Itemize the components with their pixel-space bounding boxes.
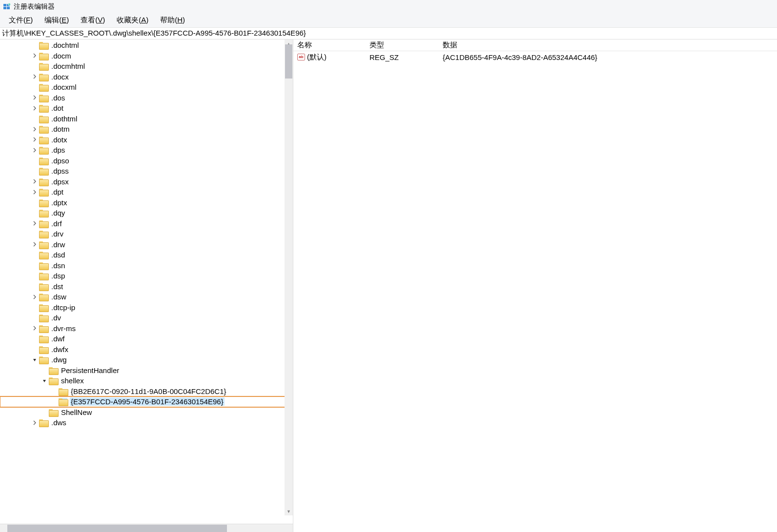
column-type[interactable]: 类型 bbox=[366, 40, 439, 50]
chevron-right-icon[interactable] bbox=[31, 189, 38, 196]
chevron-right-icon[interactable] bbox=[31, 73, 38, 80]
chevron-right-icon[interactable] bbox=[31, 105, 38, 112]
tree-item[interactable]: .dpsx bbox=[0, 177, 293, 187]
tree-item[interactable]: .drv bbox=[0, 229, 293, 239]
tree-item[interactable]: .drw bbox=[0, 239, 293, 250]
tree-item[interactable]: .dst bbox=[0, 281, 293, 292]
tree-item[interactable]: .dotx bbox=[0, 135, 293, 145]
tree-item[interactable]: .dqy bbox=[0, 208, 293, 218]
tree-item-label: .dsp bbox=[50, 272, 66, 280]
folder-icon bbox=[39, 115, 48, 122]
tree-item-label: .dpss bbox=[50, 167, 70, 175]
menu-help[interactable]: 帮助(H) bbox=[154, 15, 191, 26]
folder-icon bbox=[39, 199, 48, 206]
menubar: 文件(F) 编辑(E) 查看(V) 收藏夹(A) 帮助(H) bbox=[0, 13, 777, 28]
chevron-right-icon[interactable] bbox=[31, 419, 38, 426]
tree-item[interactable]: ShellNew bbox=[0, 407, 293, 418]
tree-item[interactable]: .docmhtml bbox=[0, 61, 293, 72]
tree-item[interactable]: .dochtml bbox=[0, 40, 293, 51]
folder-icon bbox=[39, 293, 48, 300]
tree-item[interactable]: PersistentHandler bbox=[0, 365, 293, 376]
vertical-scrollbar[interactable]: ▲ ▼ bbox=[285, 39, 293, 515]
value-row[interactable]: ab(默认)REG_SZ{AC1DB655-4F9A-4c39-8AD2-A65… bbox=[293, 51, 777, 63]
folder-icon bbox=[39, 146, 48, 154]
folder-icon bbox=[39, 220, 48, 227]
tree-item[interactable]: .dsw bbox=[0, 292, 293, 302]
folder-icon bbox=[39, 157, 48, 164]
horizontal-scrollbar[interactable] bbox=[0, 524, 293, 532]
chevron-right-icon[interactable] bbox=[31, 325, 38, 332]
address-bar[interactable]: 计算机\HKEY_CLASSES_ROOT\.dwg\shellex\{E357… bbox=[0, 28, 777, 39]
chevron-right-icon[interactable] bbox=[31, 147, 38, 154]
chevron-right-icon[interactable] bbox=[31, 220, 38, 227]
tree-item[interactable]: .docxml bbox=[0, 82, 293, 93]
folder-icon bbox=[49, 409, 58, 416]
value-name: (默认) bbox=[307, 53, 327, 62]
tree-item-label: .dws bbox=[50, 418, 67, 427]
scroll-down-icon[interactable]: ▼ bbox=[285, 507, 293, 515]
horizontal-scroll-thumb[interactable] bbox=[7, 525, 227, 532]
tree-item-label: {BB2E617C-0920-11d1-9A0B-00C04FC2D6C1} bbox=[70, 387, 227, 395]
tree-item[interactable]: .dptx bbox=[0, 197, 293, 208]
folder-icon bbox=[39, 104, 48, 112]
tree-item[interactable]: .dsp bbox=[0, 271, 293, 281]
tree-item-label: .dps bbox=[50, 146, 66, 154]
values-list[interactable]: ab(默认)REG_SZ{AC1DB655-4F9A-4c39-8AD2-A65… bbox=[293, 51, 777, 63]
chevron-right-icon[interactable] bbox=[31, 94, 38, 101]
chevron-right-icon[interactable] bbox=[31, 52, 38, 59]
tree-item-label: .drw bbox=[50, 240, 66, 249]
app-icon bbox=[3, 3, 11, 11]
tree-item[interactable]: shellex bbox=[0, 375, 293, 386]
tree-item[interactable]: .docm bbox=[0, 51, 293, 61]
tree-item[interactable]: {BB2E617C-0920-11d1-9A0B-00C04FC2D6C1} bbox=[0, 386, 293, 397]
tree-item-label: .dwf bbox=[50, 335, 66, 343]
tree-item[interactable]: .docx bbox=[0, 72, 293, 82]
tree-item[interactable]: .dwf bbox=[0, 334, 293, 344]
tree-item[interactable]: .dsd bbox=[0, 250, 293, 260]
tree-item[interactable]: .dpt bbox=[0, 187, 293, 197]
tree-item[interactable]: .dot bbox=[0, 103, 293, 114]
menu-edit[interactable]: 编辑(E) bbox=[39, 15, 75, 26]
menu-file[interactable]: 文件(F) bbox=[3, 15, 39, 26]
chevron-right-icon[interactable] bbox=[31, 126, 38, 133]
tree-item[interactable]: .dsn bbox=[0, 260, 293, 271]
chevron-right-icon[interactable] bbox=[31, 136, 38, 143]
tree-item[interactable]: .dotm bbox=[0, 124, 293, 135]
folder-icon bbox=[39, 356, 48, 363]
chevron-right-icon[interactable] bbox=[31, 294, 38, 300]
tree-item[interactable]: .drf bbox=[0, 218, 293, 229]
folder-icon bbox=[39, 136, 48, 143]
tree-item[interactable]: .dos bbox=[0, 93, 293, 103]
tree-item[interactable]: .dtcp-ip bbox=[0, 302, 293, 313]
column-name[interactable]: 名称 bbox=[293, 40, 366, 50]
folder-icon bbox=[39, 251, 48, 258]
tree-item[interactable]: {E357FCCD-A995-4576-B01F-234630154E96} bbox=[0, 396, 293, 407]
chevron-down-icon[interactable] bbox=[41, 377, 48, 384]
tree-item[interactable]: .dv bbox=[0, 313, 293, 323]
tree-item[interactable]: .dothtml bbox=[0, 114, 293, 124]
menu-favorites[interactable]: 收藏夹(A) bbox=[111, 15, 154, 26]
registry-tree[interactable]: .dochtml.docm.docmhtml.docx.docxml.dos.d… bbox=[0, 39, 293, 428]
titlebar[interactable]: 注册表编辑器 bbox=[0, 0, 777, 13]
window-title: 注册表编辑器 bbox=[14, 2, 55, 11]
vertical-scroll-thumb[interactable] bbox=[285, 44, 292, 79]
tree-item[interactable]: .dpso bbox=[0, 156, 293, 166]
chevron-right-icon[interactable] bbox=[31, 178, 38, 185]
tree-item-label: .dpsx bbox=[50, 177, 70, 186]
tree-item-label: .dqy bbox=[50, 209, 66, 217]
menu-view[interactable]: 查看(V) bbox=[75, 15, 111, 26]
folder-icon bbox=[39, 94, 48, 101]
tree-item-label: .docxml bbox=[50, 83, 78, 91]
column-data[interactable]: 数据 bbox=[439, 40, 777, 50]
chevron-right-icon[interactable] bbox=[31, 241, 38, 248]
chevron-down-icon[interactable] bbox=[31, 356, 38, 363]
folder-icon bbox=[39, 241, 48, 248]
tree-item[interactable]: .dwfx bbox=[0, 344, 293, 355]
tree-item[interactable]: .dvr-ms bbox=[0, 323, 293, 334]
tree-item[interactable]: .dpss bbox=[0, 166, 293, 177]
folder-icon bbox=[39, 83, 48, 91]
tree-item[interactable]: .dps bbox=[0, 145, 293, 156]
tree-item[interactable]: .dwg bbox=[0, 355, 293, 365]
tree-item-label: shellex bbox=[60, 376, 85, 385]
tree-item[interactable]: .dws bbox=[0, 417, 293, 428]
